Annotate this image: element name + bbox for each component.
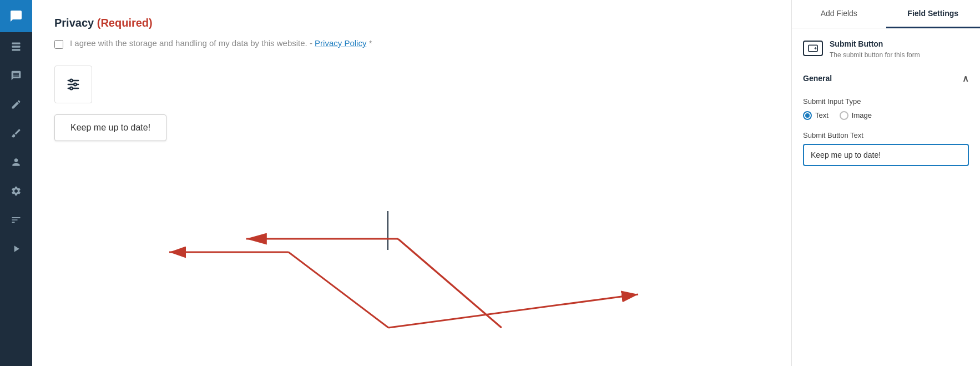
pen-icon[interactable] (0, 90, 32, 119)
submit-button-text-input[interactable] (803, 144, 969, 166)
privacy-label: Privacy (54, 17, 94, 29)
radio-text-circle[interactable] (803, 111, 812, 120)
brush-icon[interactable] (0, 119, 32, 148)
tab-field-settings[interactable]: Field Settings (886, 0, 981, 28)
general-title: General (803, 74, 832, 83)
main-content: Privacy (Required) I agree with the stor… (32, 0, 791, 366)
general-section-header[interactable]: General ∧ (803, 73, 969, 88)
panel-body: Submit Button The submit button for this… (792, 28, 980, 366)
submit-input-type-label: Submit Input Type (803, 97, 969, 106)
svg-point-7 (74, 83, 77, 86)
play-icon[interactable] (0, 234, 32, 263)
privacy-policy-link[interactable]: Privacy Policy (315, 38, 366, 48)
right-panel: Add Fields Field Settings Submit Button … (791, 0, 980, 366)
svg-rect-1 (12, 46, 21, 47)
filter-button[interactable] (54, 66, 92, 103)
svg-line-12 (398, 239, 502, 328)
svg-point-8 (70, 87, 73, 90)
svg-point-6 (70, 79, 73, 82)
comments-icon[interactable] (0, 61, 32, 90)
radio-group: Text Image (803, 111, 969, 120)
asterisk: * (369, 38, 372, 48)
radio-image-circle[interactable] (840, 111, 848, 120)
privacy-title: Privacy (Required) (54, 17, 769, 29)
pages-icon[interactable] (0, 32, 32, 61)
submit-button-text-label: Submit Button Text (803, 131, 969, 139)
required-label: (Required) (94, 17, 153, 29)
field-card-text: Submit Button The submit button for this… (830, 39, 920, 60)
sliders-icon[interactable] (0, 205, 32, 234)
submit-button[interactable]: Keep me up to date! (54, 114, 166, 141)
submit-button-icon (803, 41, 823, 56)
app-logo[interactable] (0, 0, 32, 32)
field-card-title: Submit Button (830, 39, 920, 48)
field-card-description: The submit button for this form (830, 51, 920, 60)
privacy-text: I agree with the storage and handling of… (70, 38, 372, 48)
cursor-line (387, 211, 388, 250)
privacy-checkbox[interactable] (54, 40, 63, 49)
user-icon[interactable] (0, 148, 32, 177)
radio-image-label: Image (852, 111, 872, 119)
privacy-checkbox-row: I agree with the storage and handling of… (54, 38, 398, 49)
radio-text-option[interactable]: Text (803, 111, 829, 120)
radio-image-option[interactable]: Image (840, 111, 872, 120)
radio-text-label: Text (815, 111, 829, 119)
sidebar (0, 0, 32, 366)
arrow-overlay (32, 0, 791, 366)
tab-add-fields[interactable]: Add Fields (792, 0, 886, 28)
chevron-up-icon: ∧ (962, 73, 969, 84)
settings-icon[interactable] (0, 177, 32, 205)
field-card: Submit Button The submit button for this… (803, 39, 969, 60)
svg-rect-0 (12, 43, 21, 44)
svg-rect-2 (12, 49, 21, 51)
panel-tabs: Add Fields Field Settings (792, 0, 980, 28)
